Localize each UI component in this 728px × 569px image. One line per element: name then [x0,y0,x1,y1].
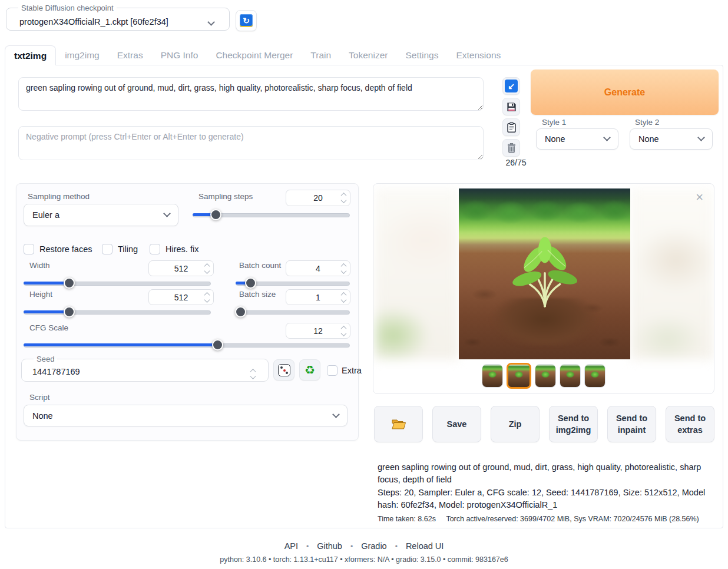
gallery-thumbnail-selected[interactable] [507,363,531,389]
floppy-disk-icon [506,101,517,113]
stepper-icon[interactable] [342,194,346,203]
tab-img2img[interactable]: img2img [56,45,108,65]
footer-link-api[interactable]: API [284,541,298,551]
stepper-icon[interactable] [342,326,346,335]
gallery-thumbnail[interactable] [560,364,581,388]
gallery-backdrop [375,188,459,359]
slider-knob[interactable] [235,306,246,317]
save-style-button[interactable] [502,98,520,115]
apply-style-button[interactable] [502,118,520,136]
generation-info: green sapling rowing out of ground, mud,… [378,461,716,525]
sampling-method-select[interactable]: Euler a [24,204,178,226]
tab-tokenizer[interactable]: Tokenizer [340,45,396,65]
cfg-scale-input[interactable]: 12 [286,323,350,339]
restore-faces-label: Restore faces [39,244,92,254]
vram-usage: Torch active/reserved: 3699/4702 MiB, Sy… [446,515,699,523]
checkpoint-select[interactable]: Stable Diffusion checkpoint protogenX34O… [6,4,230,31]
time-taken: Time taken: 8.62s [378,515,436,523]
height-label: Height [29,290,52,299]
footer-link-reload-ui[interactable]: Reload UI [406,541,444,551]
width-slider[interactable] [24,277,211,289]
gallery-thumbnail[interactable] [584,364,605,388]
style2-select[interactable]: None [630,128,713,150]
gallery-thumbnails [373,363,714,389]
sampling-method-label: Sampling method [28,192,90,201]
txt2img-panel: green sapling rowing out of ground, mud,… [5,65,723,528]
send-to-inpaint-button[interactable]: Send to inpaint [607,406,656,442]
footer-link-github[interactable]: Github [317,541,342,551]
bullet-separator [350,541,353,551]
batch-count-slider[interactable] [236,277,350,289]
seed-input[interactable]: Seed 1441787169 [21,355,269,382]
chevron-down-icon [163,210,171,217]
stepper-icon[interactable] [251,369,255,378]
paste-params-button[interactable]: ↙ [502,77,520,95]
clear-prompt-button[interactable] [502,139,520,157]
sd-webui-page: Stable Diffusion checkpoint protogenX34O… [0,0,728,569]
bullet-separator [306,541,309,551]
zip-button[interactable]: Zip [491,406,540,442]
gallery-backdrop [630,188,713,359]
script-value: None [32,411,53,421]
slider-knob[interactable] [64,306,75,317]
style1-value: None [545,134,565,144]
trash-icon [506,143,517,154]
refresh-checkpoint-button[interactable]: ↻ [236,10,257,31]
generation-info-params: Steps: 20, Sampler: Euler a, CFG scale: … [378,487,716,512]
open-folder-button[interactable] [374,406,423,442]
extra-seed-checkbox[interactable] [327,365,337,376]
hires-fix-checkbox[interactable] [150,244,160,254]
script-select[interactable]: None [24,405,348,426]
cfg-scale-label: CFG Scale [29,323,68,332]
batch-size-input[interactable]: 1 [286,289,350,305]
height-slider[interactable] [24,306,211,317]
stepper-icon[interactable] [342,293,346,302]
slider-knob[interactable] [64,277,75,289]
restore-faces-checkbox[interactable] [24,244,34,254]
send-to-img2img-button[interactable]: Send to img2img [549,406,598,442]
random-seed-button[interactable] [273,359,294,381]
negative-prompt-input[interactable] [18,126,484,160]
tab-settings[interactable]: Settings [396,45,447,65]
bullet-separator [395,541,398,551]
batch-count-input[interactable]: 4 [286,260,350,276]
height-input[interactable]: 512 [148,289,214,305]
tab-train[interactable]: Train [302,45,340,65]
save-button[interactable]: Save [432,406,481,442]
stepper-icon[interactable] [342,264,346,273]
tab-extensions[interactable]: Extensions [447,45,509,65]
footer-link-gradio[interactable]: Gradio [361,541,387,551]
sampling-steps-slider[interactable] [193,209,350,220]
style1-select[interactable]: None [536,128,618,150]
stepper-icon[interactable] [205,293,209,302]
batch-size-slider[interactable] [236,306,350,317]
generation-info-prompt: green sapling rowing out of ground, mud,… [378,461,716,487]
reuse-seed-button[interactable]: ♻ [299,359,320,381]
stepper-icon[interactable] [205,264,209,273]
cfg-scale-slider[interactable] [24,339,350,350]
tab-extras[interactable]: Extras [108,45,152,65]
width-input[interactable]: 512 [148,260,214,276]
output-gallery: × [373,183,714,394]
style1-label: Style 1 [542,118,566,127]
arrow-down-left-icon: ↙ [505,80,518,92]
slider-knob[interactable] [245,277,256,289]
tab-png-info[interactable]: PNG Info [152,45,207,65]
folder-icon [391,418,406,431]
chevron-down-icon [697,134,705,141]
width-label: Width [29,261,50,270]
tab-txt2img[interactable]: txt2img [5,45,56,65]
gallery-thumbnail[interactable] [535,364,556,388]
generation-params-panel: Sampling method Euler a Sampling steps 2… [16,183,359,441]
prompt-input[interactable]: green sapling rowing out of ground, mud,… [18,77,484,111]
close-icon[interactable]: × [691,188,708,206]
slider-knob[interactable] [210,209,221,220]
tiling-checkbox[interactable] [102,244,112,254]
gallery-thumbnail[interactable] [482,364,503,388]
tab-checkpoint-merger[interactable]: Checkpoint Merger [207,45,302,65]
generated-image[interactable] [459,188,630,359]
sampling-steps-input[interactable]: 20 [286,190,350,206]
slider-knob[interactable] [212,339,223,350]
send-to-extras-button[interactable]: Send to extras [666,406,714,442]
generate-button[interactable]: Generate [531,70,719,115]
